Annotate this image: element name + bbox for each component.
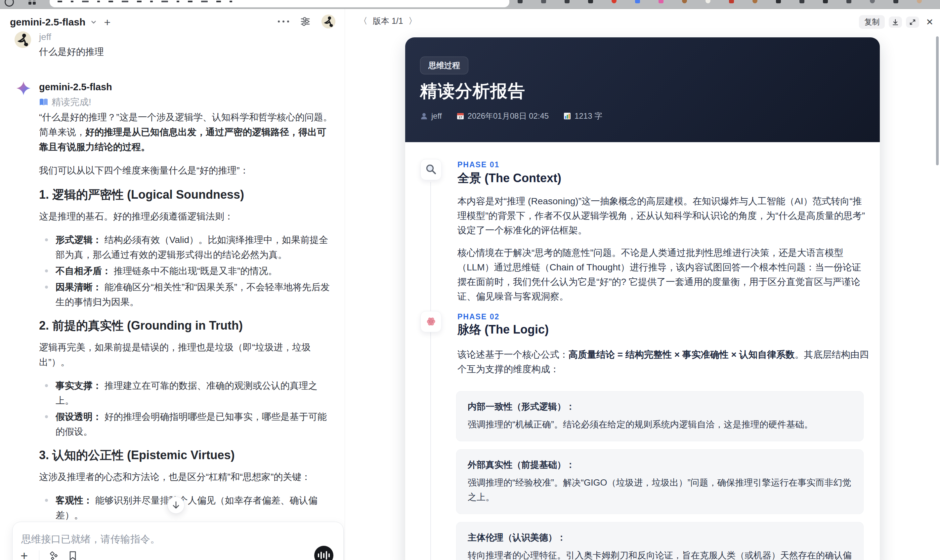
address-bar-text-clipped — [57, 1, 232, 2]
model-selector[interactable]: gemini-2.5-flash — [10, 17, 85, 28]
pen-extension-icon[interactable] — [823, 0, 828, 3]
card-title: 主体伦理（认识美德）： — [468, 532, 852, 543]
chat-header: gemini-2.5-flash + — [0, 9, 345, 31]
new-chat-button[interactable]: + — [104, 17, 111, 27]
phone-extension-icon[interactable] — [846, 0, 851, 3]
card-body: 强调推理的“经验校准”。解决“GIGO（垃圾进，垃圾出）”问题，确保推理引擎运行… — [468, 475, 852, 505]
address-bar[interactable] — [49, 0, 509, 7]
chat-input[interactable]: 思维接口已就绪，请传输指令。 — [21, 532, 160, 546]
tan-extension-icon[interactable] — [752, 0, 757, 3]
scrollbar-thumb[interactable] — [936, 36, 938, 165]
magnifier-icon — [421, 159, 442, 180]
phase-label: PHASE 01 — [458, 160, 499, 169]
person-icon — [420, 112, 428, 120]
phase-title: 脉络 (The Logic) — [458, 322, 549, 338]
assistant-name: gemini-2.5-flash — [39, 82, 112, 92]
reload-icon[interactable] — [5, 0, 14, 7]
list-item: 客观性： 能够识别并尽量排除个人偏见（如幸存者偏差、确认偏差）。 — [39, 493, 334, 523]
list-item: 形式逻辑： 结构必须有效（Valid）。比如演绎推理中，如果前提全部为真，那么通… — [39, 232, 334, 262]
settings-sliders-icon[interactable] — [300, 17, 310, 26]
version-label: 版本 1/1 — [373, 15, 403, 26]
circle-extension-icon[interactable] — [870, 0, 875, 3]
chat-input-card: 思维接口已就绪，请传输指令。 + — [12, 522, 344, 560]
user-name: jeff — [39, 32, 51, 42]
blue-extension-icon[interactable] — [635, 0, 640, 3]
expand-icon — [909, 18, 916, 26]
logic-dimension-cards: 内部一致性（形式逻辑）： 强调推理的“机械正确”。结论必须在给定的规则系统内逻辑… — [456, 391, 864, 560]
sparkle-diamond-icon[interactable] — [48, 550, 59, 560]
extension-icons-row[interactable] — [518, 0, 940, 3]
brown-extension-icon[interactable] — [682, 0, 687, 3]
plus-extension-icon[interactable] — [800, 0, 804, 3]
attach-button[interactable]: + — [18, 550, 31, 560]
list-item: 假设透明： 好的推理会明确指明哪些是已知事实，哪些是基于可能的假设。 — [39, 409, 334, 439]
report-meta: jeff 17 2026年01月08日 02:45 — [420, 111, 602, 122]
arrow-down-icon — [172, 501, 180, 509]
app-window: gemini-2.5-flash + — [0, 9, 940, 560]
pin-extension-icon[interactable] — [776, 0, 781, 3]
logic-card: 外部真实性（前提基础）： 强调推理的“经验校准”。解决“GIGO（垃圾进，垃圾出… — [456, 449, 864, 514]
card-title: 内部一致性（形式逻辑）： — [468, 401, 852, 412]
phase-intro: 该论述基于一个核心公式：高质量结论 = 结构完整性 × 事实准确性 × 认知自律… — [458, 348, 869, 377]
redbox-extension-icon[interactable] — [729, 0, 734, 3]
bookmark-icon[interactable] — [518, 0, 522, 3]
list-item: 因果清晰： 能准确区分“相关性”和“因果关系”，不会轻率地将先后发生的事情归为因… — [39, 280, 334, 309]
section-lead: 这是推理的基石。好的推理必须遵循逻辑法则： — [39, 209, 334, 224]
crown-icon[interactable] — [588, 0, 593, 3]
mask-extension-icon[interactable] — [706, 0, 710, 3]
card-title: 外部真实性（前提基础）： — [468, 459, 852, 471]
copy-button[interactable]: 复制 — [859, 15, 885, 29]
bullet-list: 形式逻辑： 结构必须有效（Valid）。比如演绎推理中，如果前提全部为真，那么通… — [39, 232, 334, 309]
expand-button[interactable] — [906, 17, 919, 28]
chat-panel: gemini-2.5-flash + — [0, 9, 345, 560]
download-icon — [892, 18, 899, 26]
status-badge: 思维过程 — [420, 57, 468, 74]
meta-datetime: 17 2026年01月08日 02:45 — [456, 111, 549, 122]
list-item: 不自相矛盾： 推理链条中不能出现“既是又非”的情况。 — [39, 263, 334, 278]
sidepanel-icon[interactable] — [541, 0, 546, 3]
gemini-star-icon — [16, 81, 31, 96]
report-header: 思维过程 精读分析报告 jeff 17 — [405, 37, 880, 142]
report-panel: 〈 版本 1/1 〉 复制 ✕ 思维过程 精读分析报告 — [345, 9, 940, 560]
red-extension-icon[interactable] — [612, 0, 616, 3]
user-avatar — [15, 31, 31, 48]
scroll-to-bottom-button[interactable] — [167, 497, 185, 514]
logic-card: 主体伦理（认识美德）： 转向推理者的心理特征。引入奥卡姆剃刀和反向论证，旨在克服… — [456, 522, 864, 560]
version-navigator: 〈 版本 1/1 〉 — [359, 15, 417, 27]
bookmark-icon[interactable] — [68, 551, 78, 560]
book-icon — [39, 98, 48, 106]
assistant-message-body: “什么是好的推理？”这是一个涉及逻辑学、认知科学和哲学核心的问题。简单来说，好的… — [39, 110, 334, 560]
phase-timeline — [430, 182, 431, 560]
section-heading: 2. 前提的真实性 (Grounding in Truth) — [39, 317, 334, 334]
binoculars-extension-icon[interactable] — [893, 0, 898, 3]
version-next-button[interactable]: 〉 — [408, 15, 417, 27]
chevron-down-icon[interactable] — [90, 18, 97, 26]
phase-paragraph: 核心情境在于解决“思考的随意性”问题。不论是人类通过批判性思维进行决策，还是大语… — [458, 246, 869, 304]
version-prev-button[interactable]: 〈 — [359, 15, 367, 27]
phase-paragraph: 本内容是对“推理 (Reasoning)”这一抽象概念的高层建模。在知识爆炸与人… — [458, 194, 869, 238]
section-lead: 这涉及推理者的心态和方法论，也是区分“杠精”和“思想家”的关键： — [39, 469, 334, 484]
meta-word-count: 1213 字 — [563, 111, 602, 122]
download-button[interactable] — [889, 17, 902, 28]
pink-extension-icon[interactable] — [658, 0, 664, 3]
svg-text:17: 17 — [458, 115, 462, 119]
bar-chart-icon — [563, 112, 571, 120]
user-message: 什么是好的推理 — [39, 46, 104, 58]
assistant-status: 精读完成! — [39, 96, 91, 108]
calendar-icon: 17 — [456, 112, 464, 120]
star-icon[interactable] — [565, 0, 570, 3]
more-options-icon[interactable] — [278, 20, 289, 23]
card-body: 转向推理者的心理特征。引入奥卡姆剃刀和反向论证，旨在克服人类（或机器）天然存在的… — [468, 548, 852, 560]
meta-author: jeff — [420, 111, 442, 121]
apps-grid-icon[interactable] — [28, 0, 36, 5]
panel-actions: 复制 ✕ — [859, 15, 936, 29]
intro-paragraph: “什么是好的推理？”这是一个涉及逻辑学、认知科学和哲学核心的问题。简单来说，好的… — [39, 110, 334, 154]
voice-input-button[interactable] — [314, 546, 333, 560]
close-button[interactable]: ✕ — [923, 17, 936, 28]
section-lead: 逻辑再完美，如果前提是错误的，推理也是垃圾（即“垃圾进，垃圾出”）。 — [39, 340, 334, 369]
section-heading: 3. 认知的公正性 (Epistemic Virtues) — [39, 447, 334, 463]
dimensions-lead: 我们可以从以下四个维度来衡量什么是“好的推理”： — [39, 163, 334, 178]
card-body: 强调推理的“机械正确”。结论必须在给定的规则系统内逻辑自洽，这是推理的硬件基础。 — [468, 417, 852, 432]
user-avatar[interactable] — [322, 15, 335, 28]
profile-extension-icon[interactable] — [917, 0, 922, 3]
